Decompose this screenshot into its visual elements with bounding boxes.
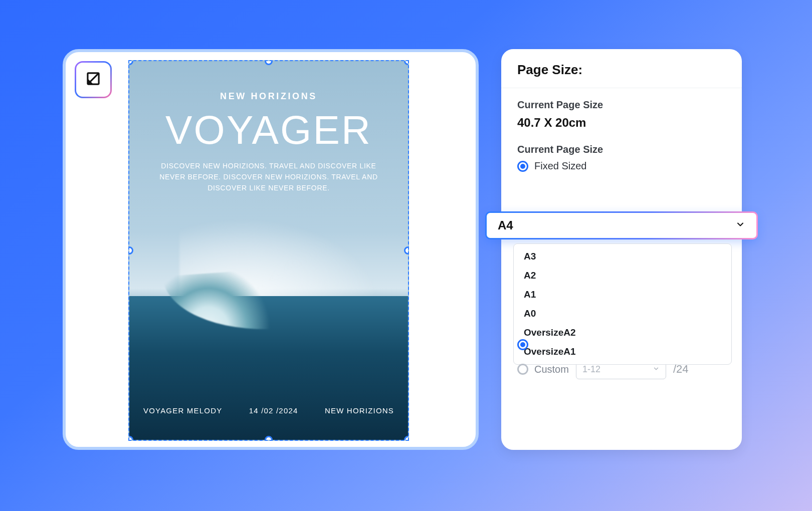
page-size-panel: Page Size: Current Page Size 40.7 X 20cm… bbox=[501, 49, 742, 450]
artboard-selection[interactable]: NEW HORIZIONS VOYAGER DISCOVER NEW HORIZ… bbox=[128, 60, 409, 441]
custom-range-label: Custom bbox=[534, 364, 569, 375]
poster-paragraph: DISCOVER NEW HORIZIONS. TRAVEL AND DISCO… bbox=[129, 160, 408, 193]
current-size-label: Current Page Size bbox=[517, 99, 726, 111]
poster-footer-left: VOYAGER MELODY bbox=[143, 406, 222, 415]
size-option-a3[interactable]: A3 bbox=[514, 247, 731, 266]
poster-footer: VOYAGER MELODY 14 /02 /2024 NEW HORIZION… bbox=[129, 406, 408, 415]
resize-handle-br[interactable] bbox=[404, 436, 409, 441]
poster-title: VOYAGER bbox=[129, 107, 408, 153]
resize-handle-bm[interactable] bbox=[265, 436, 273, 441]
radio-unchecked-icon bbox=[517, 364, 528, 375]
poster-footer-center: 14 /02 /2024 bbox=[249, 406, 298, 415]
size-option-oversizea2[interactable]: OversizeA2 bbox=[514, 323, 731, 342]
crop-icon bbox=[84, 69, 103, 90]
resize-handle-mr[interactable] bbox=[404, 246, 409, 254]
size-option-a1[interactable]: A1 bbox=[514, 285, 731, 304]
editor-canvas: NEW HORIZIONS VOYAGER DISCOVER NEW HORIZ… bbox=[63, 49, 479, 450]
size-option-a2[interactable]: A2 bbox=[514, 266, 731, 285]
custom-range-placeholder: 1-12 bbox=[582, 364, 600, 375]
radio-checked-icon bbox=[517, 161, 528, 172]
size-mode-label: Current Page Size bbox=[517, 144, 726, 155]
poster-subtitle: NEW HORIZIONS bbox=[129, 91, 408, 102]
crop-tool-button[interactable] bbox=[75, 61, 112, 98]
page-size-selected: A4 bbox=[498, 218, 513, 232]
radio-checked-icon bbox=[517, 339, 528, 350]
chevron-down-icon bbox=[653, 364, 660, 375]
fixed-size-label: Fixed Sized bbox=[534, 160, 587, 172]
custom-range-option[interactable]: Custom bbox=[517, 364, 569, 375]
panel-title: Page Size: bbox=[501, 49, 742, 88]
size-option-a0[interactable]: A0 bbox=[514, 304, 731, 323]
fixed-size-option[interactable]: Fixed Sized bbox=[517, 160, 726, 172]
poster-footer-right: NEW HORIZIONS bbox=[325, 406, 394, 415]
page-size-options: A3 A2 A1 A0 OversizeA2 OversizeA1 bbox=[513, 243, 732, 365]
page-size-select[interactable]: A4 bbox=[485, 211, 758, 239]
current-size-value: 40.7 X 20cm bbox=[517, 116, 726, 130]
size-option-oversizea1[interactable]: OversizeA1 bbox=[514, 342, 731, 361]
chevron-down-icon bbox=[735, 218, 745, 232]
